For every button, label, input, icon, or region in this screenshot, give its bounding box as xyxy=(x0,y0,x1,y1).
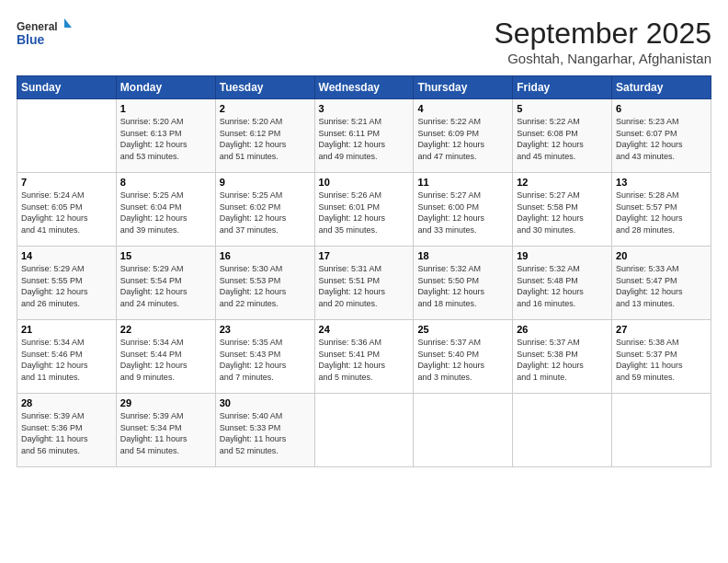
day-cell: 13Sunrise: 5:28 AM Sunset: 5:57 PM Dayli… xyxy=(612,173,711,247)
col-saturday: Saturday xyxy=(612,76,711,99)
day-number: 18 xyxy=(417,250,508,261)
subtitle: Goshtah, Nangarhar, Afghanistan xyxy=(494,51,711,66)
day-number: 1 xyxy=(120,103,211,114)
day-detail: Sunrise: 5:29 AM Sunset: 5:54 PM Dayligh… xyxy=(120,263,211,309)
day-detail: Sunrise: 5:23 AM Sunset: 6:07 PM Dayligh… xyxy=(616,116,707,162)
col-friday: Friday xyxy=(513,76,612,99)
day-detail: Sunrise: 5:40 AM Sunset: 5:33 PM Dayligh… xyxy=(220,410,311,456)
day-cell: 26Sunrise: 5:37 AM Sunset: 5:38 PM Dayli… xyxy=(513,320,612,394)
day-detail: Sunrise: 5:37 AM Sunset: 5:40 PM Dayligh… xyxy=(417,337,508,383)
col-monday: Monday xyxy=(116,76,215,99)
day-number: 23 xyxy=(220,324,311,335)
day-detail: Sunrise: 5:25 AM Sunset: 6:02 PM Dayligh… xyxy=(220,190,311,236)
day-detail: Sunrise: 5:29 AM Sunset: 5:55 PM Dayligh… xyxy=(21,263,112,309)
day-cell: 20Sunrise: 5:33 AM Sunset: 5:47 PM Dayli… xyxy=(612,247,711,320)
day-detail: Sunrise: 5:34 AM Sunset: 5:44 PM Dayligh… xyxy=(120,337,211,383)
day-number: 16 xyxy=(220,250,311,261)
week-row-3: 21Sunrise: 5:34 AM Sunset: 5:46 PM Dayli… xyxy=(17,320,711,394)
day-number: 29 xyxy=(120,397,211,408)
day-number: 25 xyxy=(417,324,508,335)
page: General Blue September 2025 Goshtah, Nan… xyxy=(0,0,728,563)
svg-text:Blue: Blue xyxy=(17,32,45,47)
day-number: 8 xyxy=(120,177,211,188)
day-detail: Sunrise: 5:25 AM Sunset: 6:04 PM Dayligh… xyxy=(120,190,211,236)
day-cell: 19Sunrise: 5:32 AM Sunset: 5:48 PM Dayli… xyxy=(513,247,612,320)
week-row-1: 7Sunrise: 5:24 AM Sunset: 6:05 PM Daylig… xyxy=(17,173,711,247)
day-number: 21 xyxy=(21,324,112,335)
day-cell: 29Sunrise: 5:39 AM Sunset: 5:34 PM Dayli… xyxy=(116,394,215,467)
day-cell xyxy=(513,394,612,467)
calendar-body: 1Sunrise: 5:20 AM Sunset: 6:13 PM Daylig… xyxy=(17,99,711,467)
day-cell: 2Sunrise: 5:20 AM Sunset: 6:12 PM Daylig… xyxy=(215,99,314,173)
day-number: 4 xyxy=(417,103,508,114)
day-number: 10 xyxy=(319,177,410,188)
calendar-table: Sunday Monday Tuesday Wednesday Thursday… xyxy=(17,75,711,467)
title-section: September 2025 Goshtah, Nangarhar, Afgha… xyxy=(494,17,711,66)
day-number: 13 xyxy=(616,177,707,188)
day-cell: 30Sunrise: 5:40 AM Sunset: 5:33 PM Dayli… xyxy=(215,394,314,467)
day-cell: 9Sunrise: 5:25 AM Sunset: 6:02 PM Daylig… xyxy=(215,173,314,247)
day-number: 9 xyxy=(220,177,311,188)
day-detail: Sunrise: 5:38 AM Sunset: 5:37 PM Dayligh… xyxy=(616,337,707,383)
day-cell: 18Sunrise: 5:32 AM Sunset: 5:50 PM Dayli… xyxy=(414,247,513,320)
week-row-4: 28Sunrise: 5:39 AM Sunset: 5:36 PM Dayli… xyxy=(17,394,711,467)
header: General Blue September 2025 Goshtah, Nan… xyxy=(17,17,711,66)
day-number: 2 xyxy=(220,103,311,114)
day-cell: 16Sunrise: 5:30 AM Sunset: 5:53 PM Dayli… xyxy=(215,247,314,320)
svg-marker-2 xyxy=(64,18,72,28)
day-cell xyxy=(17,99,117,173)
day-number: 20 xyxy=(616,250,707,261)
day-detail: Sunrise: 5:30 AM Sunset: 5:53 PM Dayligh… xyxy=(220,263,311,309)
day-number: 7 xyxy=(21,177,112,188)
col-thursday: Thursday xyxy=(414,76,513,99)
day-cell: 27Sunrise: 5:38 AM Sunset: 5:37 PM Dayli… xyxy=(612,320,711,394)
day-detail: Sunrise: 5:27 AM Sunset: 5:58 PM Dayligh… xyxy=(517,190,608,236)
week-row-0: 1Sunrise: 5:20 AM Sunset: 6:13 PM Daylig… xyxy=(17,99,711,173)
day-detail: Sunrise: 5:32 AM Sunset: 5:48 PM Dayligh… xyxy=(517,263,608,309)
day-cell: 4Sunrise: 5:22 AM Sunset: 6:09 PM Daylig… xyxy=(414,99,513,173)
day-cell: 23Sunrise: 5:35 AM Sunset: 5:43 PM Dayli… xyxy=(215,320,314,394)
day-detail: Sunrise: 5:28 AM Sunset: 5:57 PM Dayligh… xyxy=(616,190,707,236)
calendar-header: Sunday Monday Tuesday Wednesday Thursday… xyxy=(17,76,711,99)
main-title: September 2025 xyxy=(494,17,711,51)
day-detail: Sunrise: 5:20 AM Sunset: 6:13 PM Dayligh… xyxy=(120,116,211,162)
day-number: 14 xyxy=(21,250,112,261)
col-wednesday: Wednesday xyxy=(314,76,414,99)
day-cell: 7Sunrise: 5:24 AM Sunset: 6:05 PM Daylig… xyxy=(17,173,117,247)
day-cell: 12Sunrise: 5:27 AM Sunset: 5:58 PM Dayli… xyxy=(513,173,612,247)
day-detail: Sunrise: 5:26 AM Sunset: 6:01 PM Dayligh… xyxy=(319,190,410,236)
day-detail: Sunrise: 5:36 AM Sunset: 5:41 PM Dayligh… xyxy=(319,337,410,383)
day-number: 24 xyxy=(319,324,410,335)
day-detail: Sunrise: 5:22 AM Sunset: 6:08 PM Dayligh… xyxy=(517,116,608,162)
day-detail: Sunrise: 5:27 AM Sunset: 6:00 PM Dayligh… xyxy=(417,190,508,236)
day-number: 15 xyxy=(120,250,211,261)
day-detail: Sunrise: 5:31 AM Sunset: 5:51 PM Dayligh… xyxy=(319,263,410,309)
day-number: 6 xyxy=(616,103,707,114)
day-detail: Sunrise: 5:39 AM Sunset: 5:34 PM Dayligh… xyxy=(120,410,211,456)
day-cell: 25Sunrise: 5:37 AM Sunset: 5:40 PM Dayli… xyxy=(414,320,513,394)
day-detail: Sunrise: 5:39 AM Sunset: 5:36 PM Dayligh… xyxy=(21,410,112,456)
day-cell: 15Sunrise: 5:29 AM Sunset: 5:54 PM Dayli… xyxy=(116,247,215,320)
day-number: 30 xyxy=(220,397,311,408)
day-cell: 17Sunrise: 5:31 AM Sunset: 5:51 PM Dayli… xyxy=(314,247,414,320)
day-number: 27 xyxy=(616,324,707,335)
day-number: 26 xyxy=(517,324,608,335)
day-number: 12 xyxy=(517,177,608,188)
day-detail: Sunrise: 5:32 AM Sunset: 5:50 PM Dayligh… xyxy=(417,263,508,309)
day-number: 19 xyxy=(517,250,608,261)
day-cell: 21Sunrise: 5:34 AM Sunset: 5:46 PM Dayli… xyxy=(17,320,117,394)
day-cell: 8Sunrise: 5:25 AM Sunset: 6:04 PM Daylig… xyxy=(116,173,215,247)
day-number: 22 xyxy=(120,324,211,335)
header-row: Sunday Monday Tuesday Wednesday Thursday… xyxy=(17,76,711,99)
day-detail: Sunrise: 5:22 AM Sunset: 6:09 PM Dayligh… xyxy=(417,116,508,162)
day-detail: Sunrise: 5:24 AM Sunset: 6:05 PM Dayligh… xyxy=(21,190,112,236)
day-cell: 10Sunrise: 5:26 AM Sunset: 6:01 PM Dayli… xyxy=(314,173,414,247)
day-detail: Sunrise: 5:20 AM Sunset: 6:12 PM Dayligh… xyxy=(220,116,311,162)
day-cell: 24Sunrise: 5:36 AM Sunset: 5:41 PM Dayli… xyxy=(314,320,414,394)
day-detail: Sunrise: 5:33 AM Sunset: 5:47 PM Dayligh… xyxy=(616,263,707,309)
day-detail: Sunrise: 5:35 AM Sunset: 5:43 PM Dayligh… xyxy=(220,337,311,383)
day-number: 28 xyxy=(21,397,112,408)
day-detail: Sunrise: 5:21 AM Sunset: 6:11 PM Dayligh… xyxy=(319,116,410,162)
day-detail: Sunrise: 5:37 AM Sunset: 5:38 PM Dayligh… xyxy=(517,337,608,383)
day-cell: 5Sunrise: 5:22 AM Sunset: 6:08 PM Daylig… xyxy=(513,99,612,173)
